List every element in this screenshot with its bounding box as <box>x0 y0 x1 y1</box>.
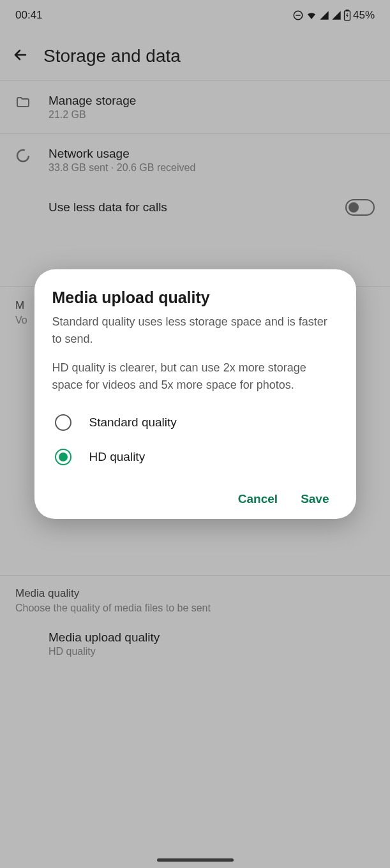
home-indicator[interactable] <box>157 858 234 862</box>
dialog-actions: Cancel Save <box>52 492 338 506</box>
radio-option-hd[interactable]: HD quality <box>52 440 338 474</box>
radio-hd-icon <box>55 449 71 465</box>
radio-standard-icon <box>55 414 71 431</box>
radio-hd-label: HD quality <box>89 450 146 464</box>
radio-standard-label: Standard quality <box>89 415 177 430</box>
dialog-desc-1: Standard quality uses less storage space… <box>52 313 338 348</box>
radio-option-standard[interactable]: Standard quality <box>52 405 338 440</box>
save-button[interactable]: Save <box>301 492 329 506</box>
dialog-title: Media upload quality <box>52 288 338 307</box>
dialog-overlay: Media upload quality Standard quality us… <box>0 0 390 868</box>
dialog-desc-2: HD quality is clearer, but can use 2x mo… <box>52 359 338 394</box>
media-upload-quality-dialog: Media upload quality Standard quality us… <box>34 269 356 519</box>
cancel-button[interactable]: Cancel <box>238 492 278 506</box>
